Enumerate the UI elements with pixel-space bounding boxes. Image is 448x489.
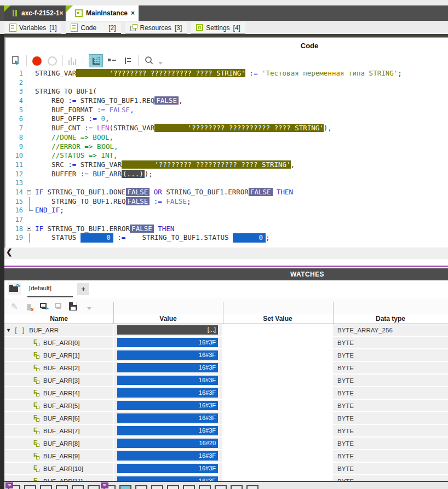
watch-name-cell[interactable]: EBUF_ARR[1] xyxy=(4,349,113,361)
set-value-cell[interactable] xyxy=(223,349,332,361)
watch-name-cell[interactable]: EBUF_ARR[10] xyxy=(4,463,113,474)
taskbar-slot[interactable] xyxy=(246,485,259,489)
watchlist-tab-default[interactable]: [default] xyxy=(29,285,51,291)
monitor-select-button[interactable]: ➤ xyxy=(39,302,49,311)
monitor-value[interactable]: 0 xyxy=(233,233,266,243)
editor-bottom-scroll[interactable]: ❮ xyxy=(4,248,448,259)
watches-overflow-icon[interactable] xyxy=(87,307,91,310)
taskbar-slot[interactable] xyxy=(88,485,100,489)
taskbar-slot[interactable] xyxy=(119,485,131,489)
set-value-cell[interactable] xyxy=(223,337,332,348)
watch-name-cell[interactable]: EBUF_ARR[9] xyxy=(4,450,113,462)
set-value-cell[interactable] xyxy=(223,412,332,424)
watch-name-cell[interactable]: EBUF_ARR[0] xyxy=(4,337,113,348)
value-bar[interactable]: 16#3F xyxy=(117,464,218,473)
toolbar-overflow-icon[interactable] xyxy=(158,62,163,65)
open-watchlist-button[interactable]: ↷ xyxy=(8,283,21,295)
value-bar[interactable]: [...] xyxy=(117,325,218,335)
column-separator[interactable] xyxy=(333,302,334,324)
set-value-cell[interactable] xyxy=(223,324,332,336)
tab-settings[interactable]: Settings [4] xyxy=(191,22,245,34)
monitor-value[interactable]: FALSE xyxy=(154,96,179,105)
code-line[interactable]: 17 xyxy=(5,215,447,225)
column-header-value[interactable]: Value xyxy=(114,315,222,323)
watch-name-cell[interactable]: EBUF_ARR[4] xyxy=(4,387,113,399)
taskbar-slot[interactable] xyxy=(167,485,179,489)
value-bar[interactable]: 16#3F xyxy=(117,451,218,461)
set-value-cell[interactable] xyxy=(223,387,332,399)
taskbar-slot[interactable] xyxy=(72,485,84,489)
collapse-icon[interactable]: ▾ xyxy=(7,327,15,333)
code-text-area[interactable]: 1STRING_VAR '???????? ?????????? ???? ST… xyxy=(5,69,447,248)
fold-marker[interactable] xyxy=(26,225,33,234)
code-line[interactable]: 18IF STRING_TO_BUF1.ERRORFALSE THEN xyxy=(5,225,447,234)
search-button[interactable] xyxy=(144,56,154,66)
set-value-cell[interactable] xyxy=(223,375,332,386)
value-bar[interactable]: 16#3F xyxy=(117,338,218,347)
tab-code[interactable]: Code [2] xyxy=(66,22,120,34)
column-header-name[interactable]: Name xyxy=(4,315,113,323)
taskbar-slot[interactable] xyxy=(135,485,147,489)
column-separator[interactable] xyxy=(223,302,223,324)
column-separator[interactable] xyxy=(113,302,114,324)
value-bar[interactable]: 16#3F xyxy=(117,426,218,435)
code-line[interactable]: 1STRING_VAR '???????? ?????????? ???? ST… xyxy=(5,69,447,78)
value-bar[interactable]: 16#3F xyxy=(117,388,218,398)
monitoring-mode-button-active[interactable] xyxy=(89,54,103,67)
taskbar-slot[interactable] xyxy=(24,485,36,489)
code-line[interactable]: 13 xyxy=(5,179,447,188)
monitor-value[interactable]: '???????? ?????????? ???? STRING' xyxy=(122,160,291,169)
taskbar-slot[interactable] xyxy=(8,485,20,489)
add-to-watch-button[interactable] xyxy=(108,57,117,65)
code-line[interactable]: 4 REQ := STRING_TO_BUF1.REQFALSE, xyxy=(5,96,447,106)
close-icon[interactable]: × xyxy=(131,9,135,17)
watch-name-cell[interactable]: EBUF_ARR[5] xyxy=(4,400,113,411)
add-watchlist-button[interactable]: + xyxy=(77,283,89,295)
tab-maininstance[interactable]: MainInstance × xyxy=(66,5,139,21)
code-line[interactable]: 10 //STATUS => INT, xyxy=(5,151,447,160)
value-bar[interactable]: 16#3F xyxy=(117,363,218,372)
value-bar[interactable]: 16#3F xyxy=(117,376,218,385)
taskbar-slot[interactable] xyxy=(40,485,52,489)
code-line[interactable]: 9 //ERROR => BOOL, xyxy=(5,142,447,152)
code-line[interactable]: 12 BUFFER := BUF_ARR(...)); xyxy=(5,170,447,179)
tab-resources[interactable]: Resources [3] xyxy=(125,22,187,34)
taskbar-slot[interactable] xyxy=(56,485,68,489)
watch-name-cell[interactable]: EBUF_ARR[7] xyxy=(4,425,113,436)
monitor-value[interactable]: FALSE xyxy=(249,188,273,196)
taskbar-slot[interactable] xyxy=(151,485,163,489)
collapsed-side-panel[interactable] xyxy=(0,34,4,489)
code-line[interactable]: 8 //DONE => BOOL, xyxy=(5,133,447,142)
value-bar[interactable]: 16#3F xyxy=(117,401,218,410)
taskbar-slot[interactable] xyxy=(199,485,211,489)
value-bar[interactable]: 16#3F xyxy=(117,413,218,423)
watch-name-cell[interactable]: ▾[ ]BUF_ARR xyxy=(4,324,113,336)
set-value-cell[interactable] xyxy=(223,425,332,436)
record-breakpoint-button[interactable] xyxy=(32,56,42,66)
code-line[interactable]: 6 BUF_OFFS := 0, xyxy=(5,114,447,124)
code-line[interactable]: 16END_IF; xyxy=(5,206,447,215)
code-line[interactable]: 5 BUF_FORMAT := FALSE, xyxy=(5,106,447,115)
tab-variables[interactable]: Variables [1] xyxy=(4,22,61,34)
set-value-cell[interactable] xyxy=(223,400,332,411)
set-value-cell[interactable] xyxy=(223,362,332,373)
watch-name-cell[interactable]: EBUF_ARR[3] xyxy=(4,375,113,386)
monitor-value[interactable]: FALSE xyxy=(126,188,150,196)
value-bar[interactable]: 16#3F xyxy=(117,350,218,360)
set-value-cell[interactable] xyxy=(223,438,332,449)
monitor-value[interactable]: '???????? ?????????? ???? STRING' xyxy=(154,124,324,132)
column-header-data-type[interactable]: Data type xyxy=(333,315,448,323)
fold-marker[interactable] xyxy=(26,188,33,197)
structure-view-button[interactable] xyxy=(123,57,131,65)
taskbar-slot[interactable] xyxy=(231,485,243,489)
taskbar-slot[interactable] xyxy=(104,485,116,489)
value-bar[interactable]: 16#3F xyxy=(117,476,218,481)
watch-name-cell[interactable]: EBUF_ARR[11] xyxy=(4,475,113,481)
code-line[interactable]: 19 STATUS 0 := STRING_TO_BUF1.STATUS 0; xyxy=(5,233,447,243)
monitor-value[interactable]: '???????? ?????????? ???? STRING' xyxy=(76,69,245,77)
code-line[interactable]: 15 STRING_TO_BUF1.REQFALSE := FALSE; xyxy=(5,197,447,206)
code-line[interactable]: 2 xyxy=(5,78,447,88)
select-mode-button[interactable] xyxy=(11,56,21,66)
set-value-cell[interactable] xyxy=(223,475,332,481)
save-watchlist-button[interactable] xyxy=(69,302,77,310)
